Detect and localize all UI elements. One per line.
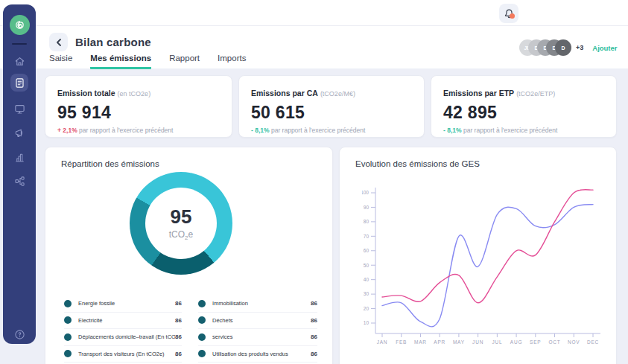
megaphone-icon [14,127,25,138]
kpi-delta: - 8,1% par rapport à l'exercice précéden… [251,127,412,134]
legend-value: 86 [311,317,317,324]
legend-label: Immobilisation [212,300,311,307]
legend-dot-icon [64,333,72,341]
y-tick-label: 40 [364,277,369,282]
kpi-value: 42 895 [443,103,604,123]
app-screen: Bilan carbone JDDDDD +3 Ajouter Saisie M… [0,0,628,364]
legend-label: Transport des visiteurs (En tCO2e) [78,351,175,357]
avatar[interactable]: D [555,39,571,56]
legend-dot-icon [64,300,72,307]
monitor-icon [14,103,25,115]
y-tick-label: 20 [364,306,369,311]
legend-item[interactable]: Immobilisation86 [198,296,317,313]
legend-value: 86 [175,317,182,324]
legend-dot-icon [198,333,206,341]
sidebar-item-documents[interactable] [10,74,28,92]
tab-rapport[interactable]: Rapport [169,54,200,69]
donut-unit: tCO2e [169,229,193,241]
y-tick-label: 30 [364,291,369,296]
sidebar-item-help[interactable] [10,325,28,343]
tab-bar: Saisie Mes émissions Rapport Imports [49,54,246,69]
line-series-pink [382,190,593,303]
x-tick-label: MAY [453,339,465,345]
y-tick-label: 70 [364,234,369,239]
kpi-delta-text: par rapport à l'exercice précédent [463,127,557,134]
kpi-unit: (en tCO2e) [118,90,151,98]
emissions-breakdown-panel: Répartition des émissions 95 tCO2e Energ… [45,147,333,364]
legend-value: 86 [175,333,182,340]
legend-dot-icon [64,350,72,357]
x-tick-label: OCT [548,339,560,345]
donut-legend: Energie fossile86Immobilisation86Electri… [64,296,317,364]
legend-item[interactable]: services86 [198,329,317,346]
x-tick-label: DEC [587,339,599,345]
y-tick-label: 60 [364,248,369,253]
legend-label: Energie fossile [78,300,175,307]
kpi-unit: (tCO2e/M€) [320,90,355,98]
help-icon [14,329,25,340]
kpi-delta-text: par rapport à l'exercice précédent [271,127,365,134]
avatar-stack[interactable]: JDDDDD [519,39,571,56]
y-tick-label: 50 [364,263,369,268]
kpi-unit: (tCO2e/ETP) [516,90,555,98]
notifications-button[interactable] [499,4,518,23]
legend-item[interactable]: Electricité86 [64,313,182,330]
legend-item[interactable]: Transport des visiteurs (En tCO2e)86 [64,346,182,363]
line-chart[interactable]: 100908070605040302010JANFEBMARAPRMAYJUNJ… [362,182,612,353]
y-tick-label: 100 [362,190,369,195]
app-logo[interactable] [10,15,30,35]
sidebar-item-organization[interactable] [10,172,28,190]
tab-saisie[interactable]: Saisie [49,54,72,69]
kpi-delta-percent: + 2,1% [57,127,77,134]
legend-dot-icon [198,350,206,357]
kpi-card-total-emissions: Emission totale(en tCO2e) 95 914 + 2,1% … [45,75,232,138]
legend-item[interactable]: Energie fossile86 [64,296,182,313]
legend-label: Electricité [78,317,175,324]
sidebar-item-analytics[interactable] [10,148,28,166]
kpi-delta-percent: - 8,1% [251,127,270,134]
y-tick-label: 10 [364,320,369,325]
sidebar-item-dashboard[interactable] [10,100,28,118]
x-tick-label: MAR [414,339,427,345]
sidebar-item-home[interactable] [10,52,28,70]
panel-title: Evolution des émissions de GES [355,159,480,168]
kpi-title: Emission totale [57,89,115,98]
donut-total-value: 95 [171,205,192,229]
legend-item[interactable]: Déplacements domicile–travail (En tCO2e)… [64,329,182,346]
sidebar-item-announcements[interactable] [10,124,28,141]
tab-imports[interactable]: Imports [218,54,246,69]
kpi-value: 95 914 [57,103,220,123]
spiral-logo-icon [13,19,26,31]
team-avatars-group: JDDDDD +3 Ajouter [519,39,618,57]
sidebar-divider [12,43,27,45]
legend-label: services [212,333,311,340]
legend-item[interactable]: Utilisation des produits vendus86 [198,346,317,363]
legend-label: Utilisation des produits vendus [212,351,311,357]
legend-label: Déplacements domicile–travail (En tCO2e) [78,333,175,340]
y-tick-label: 90 [364,205,369,210]
legend-item[interactable]: Déchets86 [198,313,317,330]
x-tick-label: NOV [568,339,580,345]
x-tick-label: AUG [510,339,523,345]
legend-value: 86 [311,333,317,340]
y-tick-label: 80 [364,219,369,224]
kpi-delta: - 8,1% par rapport à l'exercice précéden… [443,127,604,134]
legend-value: 86 [311,351,317,357]
tab-mes-emissions[interactable]: Mes émissions [90,54,151,69]
x-tick-label: JUL [492,339,502,345]
notification-dot [510,13,515,19]
kpi-value: 50 615 [251,103,412,123]
kpi-delta-text: par rapport à l'exercice précédent [79,127,173,134]
back-button[interactable] [49,33,68,51]
ges-evolution-panel: Evolution des émissions de GES 100908070… [339,147,617,364]
top-bar [0,0,628,26]
x-tick-label: SEP [530,339,541,345]
x-tick-label: FEB [396,339,407,345]
add-member-link[interactable]: Ajouter [592,44,617,52]
panel-title: Répartition des émissions [61,159,159,168]
kpi-card-emissions-per-etp: Emissions par ETP(tCO2e/ETP) 42 895 - 8,… [431,75,617,138]
page-title: Bilan carbone [75,36,151,48]
kpi-title: Emissions par ETP [443,89,514,98]
kpi-delta: + 2,1% par rapport à l'exercice précéden… [57,127,220,134]
legend-dot-icon [198,300,206,307]
